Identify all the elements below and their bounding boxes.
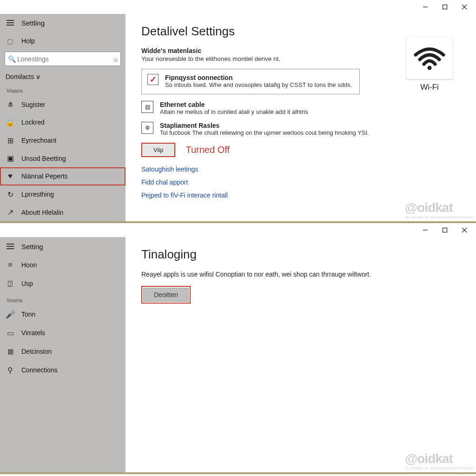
help-icon: ◌ bbox=[6, 36, 15, 46]
status-text: Turned Off bbox=[185, 145, 230, 155]
ethernet-icon: ▤ bbox=[141, 101, 153, 113]
content-area: Detalivel Settings Widde's matenlasic Yo… bbox=[126, 14, 476, 221]
svg-rect-6 bbox=[443, 228, 447, 232]
network-icon: ⊞ bbox=[6, 136, 15, 145]
sidebar-item-lockred[interactable]: 🔒 Lockred bbox=[0, 113, 126, 132]
sidebar-item-eyrrechoant[interactable]: ⊞ Eyrrechoant bbox=[0, 132, 126, 150]
maximize-button[interactable] bbox=[435, 0, 455, 13]
sidebar-item-label: Niännal Peperts bbox=[21, 172, 68, 180]
loop-icon: ↻ bbox=[6, 190, 15, 199]
sidebar-item-label: Connections bbox=[21, 366, 58, 374]
minimize-button[interactable] bbox=[416, 0, 435, 13]
sidebar-item-tonn[interactable]: 🎤 Tonn bbox=[0, 305, 126, 324]
sidebar-item-label: Lockred bbox=[21, 119, 45, 126]
monitor-icon: ▭ bbox=[6, 328, 15, 337]
svg-point-4 bbox=[428, 66, 432, 70]
sidebar-item-virratels[interactable]: ▭ Virratels bbox=[0, 324, 126, 342]
vip-button[interactable]: Viip bbox=[141, 143, 175, 157]
sidebar-item-lprresthing[interactable]: ↻ Lprresthing bbox=[0, 185, 126, 204]
minimize-button[interactable] bbox=[416, 224, 435, 237]
shield-icon: ♥ bbox=[6, 172, 15, 181]
titlebar bbox=[0, 0, 476, 14]
watermark: @oidkat !A 18180 fo NOIJOUEROITSOAN bbox=[405, 200, 473, 219]
box-icon: ▣ bbox=[6, 154, 15, 163]
search-box[interactable]: 🔍 ⌕ bbox=[5, 52, 121, 66]
link-satoughish[interactable]: Satoughish leetings bbox=[141, 165, 457, 173]
hamburger-icon[interactable] bbox=[6, 18, 15, 27]
user-icon: ⍰ bbox=[6, 279, 15, 288]
sidebar-item-label: Holp bbox=[21, 37, 35, 45]
ethernet-title: Ethernet cable bbox=[160, 101, 308, 108]
hamburger-icon[interactable] bbox=[6, 242, 15, 251]
list-icon: ≡ bbox=[6, 260, 15, 270]
search-left-icon: 🔍 bbox=[8, 55, 16, 63]
sidebar-item-about[interactable]: ↗ Aboutt Hlelalin bbox=[0, 203, 126, 221]
rasles-icon: ⚙ bbox=[141, 122, 153, 134]
plug-icon: ⚲ bbox=[6, 365, 15, 375]
page-title: Tinaloging bbox=[141, 247, 457, 262]
ethernet-desc: Altain ne melius of in cuntied atali y u… bbox=[160, 108, 308, 116]
settings-window-top: Settling ◌ Holp 🔍 ⌕ Domilacts ∨ Viaans ⋔… bbox=[0, 0, 476, 223]
sidebar-item-niannal-peperts[interactable]: ♥ Niännal Peperts bbox=[0, 167, 126, 185]
sidebar-item-unsod-beetting[interactable]: ▣ Unsod Beetting bbox=[0, 149, 126, 167]
sidebar: Setting ≡ Hoon ⍰ Usp Vounis 🎤 Tonn ▭ Vir… bbox=[0, 237, 126, 472]
sidebar-section-vounis: Vounis bbox=[0, 293, 126, 305]
close-button[interactable] bbox=[455, 224, 474, 237]
sidebar-item-label: Eyrrechoant bbox=[21, 137, 56, 144]
wifi-icon bbox=[406, 37, 453, 79]
signal-icon: ⋔ bbox=[6, 100, 15, 109]
sidebar-item-connections[interactable]: ⚲ Connections bbox=[0, 361, 126, 379]
share-icon: ↗ bbox=[6, 208, 15, 217]
wifi-block: Wi-Fi bbox=[402, 37, 457, 92]
mic-icon: 🎤 bbox=[6, 310, 15, 319]
sidebar-group-domilacts[interactable]: Domilacts ∨ bbox=[0, 70, 126, 83]
sidebar-item-label: Detcinsion bbox=[21, 348, 52, 355]
sidebar-item-label: Usp bbox=[21, 280, 33, 287]
search-input[interactable] bbox=[5, 52, 120, 66]
sidebar-item-label: Hoon bbox=[21, 261, 37, 269]
sidebar-item-label: Sugister bbox=[21, 101, 45, 108]
sidebar-item-hoon[interactable]: ≡ Hoon bbox=[0, 256, 126, 274]
app-title-row: Setting bbox=[0, 237, 126, 256]
close-button[interactable] bbox=[455, 0, 474, 13]
sidebar: Settling ◌ Holp 🔍 ⌕ Domilacts ∨ Viaans ⋔… bbox=[0, 14, 126, 221]
lock-icon: 🔒 bbox=[6, 118, 15, 127]
sidebar-item-label: Unsod Beetting bbox=[21, 155, 66, 162]
connection-card[interactable]: Fipnqysst oonnection So intouls lised. W… bbox=[141, 69, 360, 94]
page-lead: Reayel appls is use wifisl Conoptian to … bbox=[141, 270, 402, 279]
app-title: Settling bbox=[21, 19, 45, 27]
sidebar-item-detcinsion[interactable]: ⊠ Detcinsion bbox=[0, 342, 126, 361]
connection-card-desc: So intouls lised. Whe and ovosoples tata… bbox=[165, 81, 352, 89]
deoitten-button-outline: Deoitten bbox=[141, 286, 191, 304]
wifi-label: Wi-Fi bbox=[402, 83, 457, 92]
connection-card-title: Fipnqysst oonnection bbox=[165, 74, 352, 81]
rasles-entry[interactable]: ⚙ Stapliament Rasles Tol fucbook The chu… bbox=[141, 122, 374, 137]
sidebar-item-label: Virratels bbox=[21, 329, 45, 337]
search-icon[interactable]: ⌕ bbox=[114, 55, 118, 63]
ethernet-entry[interactable]: ▤ Ethernet cable Altain ne melius of in … bbox=[141, 101, 374, 116]
app-title: Setting bbox=[21, 243, 43, 251]
titlebar bbox=[0, 223, 476, 237]
sidebar-item-label: Tonn bbox=[21, 311, 35, 318]
svg-rect-1 bbox=[443, 5, 447, 9]
link-fidd-chal[interactable]: Fidd chal apport bbox=[141, 178, 457, 186]
settings-window-bottom: Setting ≡ Hoon ⍰ Usp Vounis 🎤 Tonn ▭ Vir… bbox=[0, 223, 476, 474]
page-title: Detalivel Settings bbox=[141, 24, 457, 39]
rasles-desc: Tol fucbook The chuilt reliewing on the … bbox=[160, 129, 369, 137]
maximize-button[interactable] bbox=[435, 224, 455, 237]
sidebar-item-label: Lprresthing bbox=[21, 191, 54, 198]
sidebar-group-label: Domilacts ∨ bbox=[6, 73, 40, 80]
rasles-title: Stapliament Rasles bbox=[160, 122, 369, 129]
link-pejped[interactable]: Pejped to fiV-Fi interace rintall bbox=[141, 192, 457, 199]
sidebar-section-viaans: Viaans bbox=[0, 83, 126, 95]
sidebar-item-label: Aboutt Hlelalin bbox=[21, 209, 63, 216]
watermark: @oidkat !A 18180 fo NOIJOUEROITSOAN bbox=[405, 451, 473, 470]
app-title-row: Settling bbox=[0, 14, 126, 32]
status-row: Viip Turned Off bbox=[141, 143, 457, 157]
sidebar-item-usp[interactable]: ⍰ Usp bbox=[0, 274, 126, 293]
deoitten-button[interactable]: Deoitten bbox=[143, 288, 189, 302]
grid-icon: ⊠ bbox=[6, 347, 15, 356]
check-icon bbox=[147, 74, 159, 85]
sidebar-item-sugister[interactable]: ⋔ Sugister bbox=[0, 95, 126, 113]
sidebar-item-help[interactable]: ◌ Holp bbox=[0, 32, 126, 50]
